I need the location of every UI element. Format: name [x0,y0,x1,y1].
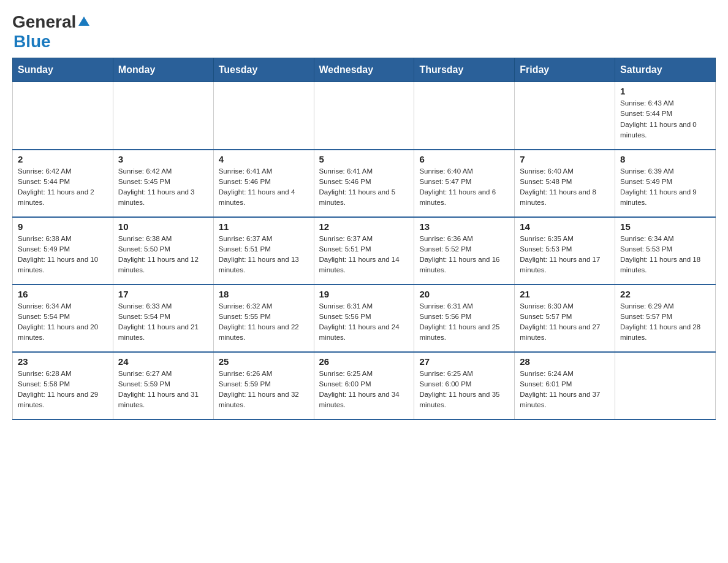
calendar-day-cell: 7Sunrise: 6:40 AM Sunset: 5:48 PM Daylig… [515,150,615,217]
calendar-day-cell: 21Sunrise: 6:30 AM Sunset: 5:57 PM Dayli… [515,285,615,352]
day-number: 4 [219,154,309,164]
logo-triangle-icon [78,17,89,26]
day-info: Sunrise: 6:25 AM Sunset: 6:00 PM Dayligh… [319,369,409,411]
calendar-empty-cell [414,82,515,150]
day-info: Sunrise: 6:38 AM Sunset: 5:49 PM Dayligh… [18,234,108,276]
calendar-empty-cell [13,82,113,150]
day-number: 6 [419,154,509,164]
calendar-week-row: 23Sunrise: 6:28 AM Sunset: 5:58 PM Dayli… [13,352,716,419]
calendar-day-cell: 18Sunrise: 6:32 AM Sunset: 5:55 PM Dayli… [213,285,314,352]
day-info: Sunrise: 6:30 AM Sunset: 5:57 PM Dayligh… [520,301,610,343]
weekday-header-monday: Monday [113,58,213,82]
day-info: Sunrise: 6:37 AM Sunset: 5:51 PM Dayligh… [319,234,409,276]
calendar-day-cell: 10Sunrise: 6:38 AM Sunset: 5:50 PM Dayli… [113,217,213,285]
calendar-day-cell: 11Sunrise: 6:37 AM Sunset: 5:51 PM Dayli… [213,217,314,285]
calendar-day-cell: 23Sunrise: 6:28 AM Sunset: 5:58 PM Dayli… [13,352,113,419]
calendar-empty-cell [515,82,615,150]
calendar-day-cell: 5Sunrise: 6:41 AM Sunset: 5:46 PM Daylig… [314,150,414,217]
calendar-day-cell: 26Sunrise: 6:25 AM Sunset: 6:00 PM Dayli… [314,352,414,419]
day-number: 21 [520,289,610,299]
weekday-header-friday: Friday [515,58,615,82]
calendar-empty-cell [113,82,213,150]
day-info: Sunrise: 6:41 AM Sunset: 5:46 PM Dayligh… [319,166,409,209]
calendar-day-cell: 28Sunrise: 6:24 AM Sunset: 6:01 PM Dayli… [515,352,615,419]
day-number: 12 [319,221,409,232]
calendar-day-cell: 4Sunrise: 6:41 AM Sunset: 5:46 PM Daylig… [213,150,314,217]
weekday-header-saturday: Saturday [615,58,716,82]
weekday-header-wednesday: Wednesday [314,58,414,82]
weekday-header-row: SundayMondayTuesdayWednesdayThursdayFrid… [13,58,716,82]
day-info: Sunrise: 6:27 AM Sunset: 5:59 PM Dayligh… [118,369,208,411]
day-info: Sunrise: 6:33 AM Sunset: 5:54 PM Dayligh… [118,301,208,343]
day-info: Sunrise: 6:36 AM Sunset: 5:52 PM Dayligh… [419,234,509,276]
day-info: Sunrise: 6:42 AM Sunset: 5:44 PM Dayligh… [18,166,108,209]
weekday-header-sunday: Sunday [13,58,113,82]
page-header: GeneralBlue [12,12,716,52]
calendar-week-row: 16Sunrise: 6:34 AM Sunset: 5:54 PM Dayli… [13,285,716,352]
calendar-day-cell: 24Sunrise: 6:27 AM Sunset: 5:59 PM Dayli… [113,352,213,419]
weekday-header-tuesday: Tuesday [213,58,314,82]
calendar-day-cell: 19Sunrise: 6:31 AM Sunset: 5:56 PM Dayli… [314,285,414,352]
day-number: 14 [520,221,610,232]
day-info: Sunrise: 6:32 AM Sunset: 5:55 PM Dayligh… [219,301,309,343]
calendar-day-cell: 8Sunrise: 6:39 AM Sunset: 5:49 PM Daylig… [615,150,716,217]
day-number: 11 [219,221,309,232]
day-number: 18 [219,289,309,299]
day-number: 27 [419,356,509,367]
day-number: 28 [520,356,610,367]
logo-blue-text: Blue [12,32,51,52]
day-info: Sunrise: 6:34 AM Sunset: 5:53 PM Dayligh… [620,234,710,276]
calendar-week-row: 9Sunrise: 6:38 AM Sunset: 5:49 PM Daylig… [13,217,716,285]
day-number: 17 [118,289,208,299]
day-info: Sunrise: 6:25 AM Sunset: 6:00 PM Dayligh… [419,369,509,411]
calendar-day-cell: 17Sunrise: 6:33 AM Sunset: 5:54 PM Dayli… [113,285,213,352]
day-number: 15 [620,221,710,232]
calendar-day-cell: 9Sunrise: 6:38 AM Sunset: 5:49 PM Daylig… [13,217,113,285]
calendar-day-cell: 2Sunrise: 6:42 AM Sunset: 5:44 PM Daylig… [13,150,113,217]
calendar-empty-cell [314,82,414,150]
day-number: 26 [319,356,409,367]
day-info: Sunrise: 6:43 AM Sunset: 5:44 PM Dayligh… [620,98,710,140]
day-info: Sunrise: 6:39 AM Sunset: 5:49 PM Dayligh… [620,166,710,209]
day-info: Sunrise: 6:31 AM Sunset: 5:56 PM Dayligh… [319,301,409,343]
day-number: 2 [18,154,108,164]
calendar-week-row: 1Sunrise: 6:43 AM Sunset: 5:44 PM Daylig… [13,82,716,150]
day-number: 22 [620,289,710,299]
calendar-week-row: 2Sunrise: 6:42 AM Sunset: 5:44 PM Daylig… [13,150,716,217]
calendar-day-cell: 15Sunrise: 6:34 AM Sunset: 5:53 PM Dayli… [615,217,716,285]
weekday-header-thursday: Thursday [414,58,515,82]
calendar-day-cell: 3Sunrise: 6:42 AM Sunset: 5:45 PM Daylig… [113,150,213,217]
day-info: Sunrise: 6:24 AM Sunset: 6:01 PM Dayligh… [520,369,610,411]
day-number: 24 [118,356,208,367]
day-number: 5 [319,154,409,164]
calendar-empty-cell [615,352,716,419]
day-number: 8 [620,154,710,164]
calendar-day-cell: 14Sunrise: 6:35 AM Sunset: 5:53 PM Dayli… [515,217,615,285]
day-info: Sunrise: 6:42 AM Sunset: 5:45 PM Dayligh… [118,166,208,209]
day-info: Sunrise: 6:37 AM Sunset: 5:51 PM Dayligh… [219,234,309,276]
day-info: Sunrise: 6:31 AM Sunset: 5:56 PM Dayligh… [419,301,509,343]
day-info: Sunrise: 6:26 AM Sunset: 5:59 PM Dayligh… [219,369,309,411]
day-number: 7 [520,154,610,164]
day-number: 19 [319,289,409,299]
day-info: Sunrise: 6:38 AM Sunset: 5:50 PM Dayligh… [118,234,208,276]
calendar-day-cell: 1Sunrise: 6:43 AM Sunset: 5:44 PM Daylig… [615,82,716,150]
day-number: 25 [219,356,309,367]
calendar-day-cell: 13Sunrise: 6:36 AM Sunset: 5:52 PM Dayli… [414,217,515,285]
calendar-table: SundayMondayTuesdayWednesdayThursdayFrid… [12,58,716,420]
calendar-day-cell: 27Sunrise: 6:25 AM Sunset: 6:00 PM Dayli… [414,352,515,419]
day-info: Sunrise: 6:40 AM Sunset: 5:48 PM Dayligh… [520,166,610,209]
day-info: Sunrise: 6:41 AM Sunset: 5:46 PM Dayligh… [219,166,309,209]
day-info: Sunrise: 6:28 AM Sunset: 5:58 PM Dayligh… [18,369,108,411]
calendar-day-cell: 22Sunrise: 6:29 AM Sunset: 5:57 PM Dayli… [615,285,716,352]
day-number: 16 [18,289,108,299]
day-number: 23 [18,356,108,367]
logo: GeneralBlue [12,12,89,52]
calendar-day-cell: 20Sunrise: 6:31 AM Sunset: 5:56 PM Dayli… [414,285,515,352]
logo-general-text: General [12,12,76,32]
day-number: 3 [118,154,208,164]
calendar-day-cell: 6Sunrise: 6:40 AM Sunset: 5:47 PM Daylig… [414,150,515,217]
day-info: Sunrise: 6:35 AM Sunset: 5:53 PM Dayligh… [520,234,610,276]
day-number: 9 [18,221,108,232]
day-info: Sunrise: 6:34 AM Sunset: 5:54 PM Dayligh… [18,301,108,343]
